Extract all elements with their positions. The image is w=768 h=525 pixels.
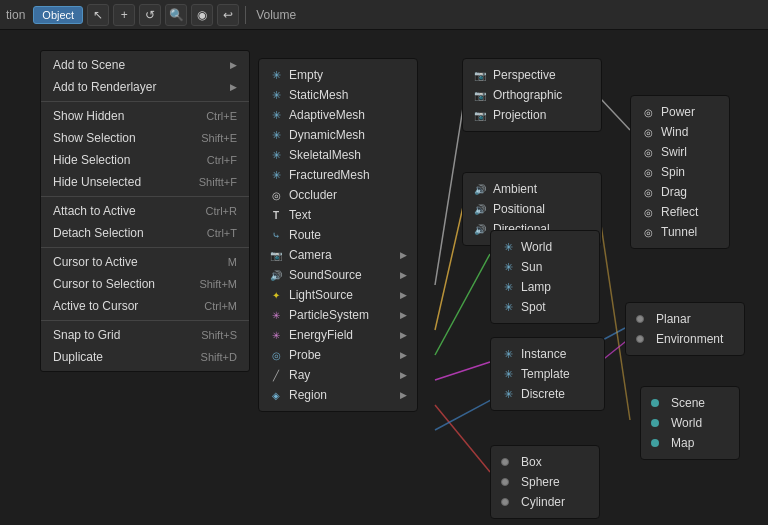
spin-icon: ◎ [641, 165, 655, 179]
add-menu-fracturedmesh[interactable]: ✳ FracturedMesh [259, 165, 417, 185]
scene-scene[interactable]: Scene [641, 393, 739, 413]
instance-discrete-icon: ✳ [501, 387, 515, 401]
menu-item-active-to-cursor[interactable]: Active to Cursor Ctrl+M [41, 295, 249, 317]
camera-projection[interactable]: 📷 Projection [463, 105, 601, 125]
menu-item-add-to-scene[interactable]: Add to Scene [41, 54, 249, 76]
camera-orthographic-icon: 📷 [473, 88, 487, 102]
snowflake-icon-3: ✳ [269, 108, 283, 122]
svg-line-1 [435, 198, 465, 330]
world-spot-icon: ✳ [501, 300, 515, 314]
reflect-icon: ◎ [641, 205, 655, 219]
instance-template[interactable]: ✳ Template [491, 364, 604, 384]
canvas-area: Add to Scene Add to Renderlayer Show Hid… [0, 30, 768, 525]
wind-icon: ◎ [641, 125, 655, 139]
camera-projection-icon: 📷 [473, 108, 487, 122]
menu-item-hide-unselected[interactable]: Hide Unselected Shiftt+F [41, 171, 249, 193]
cylinder-icon [501, 498, 509, 506]
add-button[interactable]: + [113, 4, 135, 26]
power-tunnel[interactable]: ◎ Tunnel [631, 222, 729, 242]
world-world[interactable]: ✳ World [491, 237, 599, 257]
scene-panel: Scene World Map [640, 386, 740, 460]
power-wind[interactable]: ◎ Wind [631, 122, 729, 142]
mapping-environment[interactable]: Environment [626, 329, 744, 349]
object-button[interactable]: Object [33, 6, 83, 24]
box-icon [501, 458, 509, 466]
snowflake-icon: ✳ [269, 68, 283, 82]
power-drag[interactable]: ◎ Drag [631, 182, 729, 202]
world-lamp-icon: ✳ [501, 280, 515, 294]
add-menu-occluder[interactable]: ◎ Occluder [259, 185, 417, 205]
region-icon: ◈ [269, 388, 283, 402]
light-directional-icon: 🔊 [473, 222, 487, 236]
camera-perspective[interactable]: 📷 Perspective [463, 65, 601, 85]
menu-item-cursor-to-selection[interactable]: Cursor to Selection Shift+M [41, 273, 249, 295]
camera-orthographic[interactable]: 📷 Orthographic [463, 85, 601, 105]
shape-sphere[interactable]: Sphere [491, 472, 599, 492]
menu-item-attach-to-active[interactable]: Attach to Active Ctrl+R [41, 200, 249, 222]
shape-cylinder[interactable]: Cylinder [491, 492, 599, 512]
menu-item-show-selection[interactable]: Show Selection Shift+E [41, 127, 249, 149]
light-positional-icon: 🔊 [473, 202, 487, 216]
menu-item-show-hidden[interactable]: Show Hidden Ctrl+E [41, 105, 249, 127]
menu-item-add-to-renderlayer[interactable]: Add to Renderlayer [41, 76, 249, 98]
cursor-tool-button[interactable]: ↖ [87, 4, 109, 26]
world-sun[interactable]: ✳ Sun [491, 257, 599, 277]
instance-instance[interactable]: ✳ Instance [491, 344, 604, 364]
power-swirl[interactable]: ◎ Swirl [631, 142, 729, 162]
menu-item-snap-to-grid[interactable]: Snap to Grid Shift+S [41, 324, 249, 346]
menu-item-duplicate[interactable]: Duplicate Shift+D [41, 346, 249, 368]
menu-item-cursor-to-active[interactable]: Cursor to Active M [41, 251, 249, 273]
shape-box[interactable]: Box [491, 452, 599, 472]
instance-discrete[interactable]: ✳ Discrete [491, 384, 604, 404]
toolbar-separator [245, 6, 246, 24]
add-menu-empty[interactable]: ✳ Empty [259, 65, 417, 85]
probe-icon: ◎ [269, 348, 283, 362]
search-button[interactable]: 🔍 [165, 4, 187, 26]
world-spot[interactable]: ✳ Spot [491, 297, 599, 317]
light-ambient[interactable]: 🔊 Ambient [463, 179, 601, 199]
toolbar-prefix-label: tion [6, 8, 25, 22]
power-reflect[interactable]: ◎ Reflect [631, 202, 729, 222]
text-icon: T [269, 208, 283, 222]
lightsource-icon: ✦ [269, 288, 283, 302]
drag-icon: ◎ [641, 185, 655, 199]
menu-separator-1 [41, 101, 249, 102]
route-icon: ⤷ [269, 228, 283, 242]
scene-map[interactable]: Map [641, 433, 739, 453]
add-menu-energyfield[interactable]: ✳ EnergyField [259, 325, 417, 345]
add-menu-route[interactable]: ⤷ Route [259, 225, 417, 245]
toolbar: tion Object ↖ + ↺ 🔍 ◉ ↩ Volume [0, 0, 768, 30]
menu-item-hide-selection[interactable]: Hide Selection Ctrl+F [41, 149, 249, 171]
add-menu-dynamicmesh[interactable]: ✳ DynamicMesh [259, 125, 417, 145]
instance-instance-icon: ✳ [501, 347, 515, 361]
add-menu-lightsource[interactable]: ✦ LightSource [259, 285, 417, 305]
world-lamp[interactable]: ✳ Lamp [491, 277, 599, 297]
add-menu-region[interactable]: ◈ Region [259, 385, 417, 405]
add-menu-probe[interactable]: ◎ Probe [259, 345, 417, 365]
menu-separator-2 [41, 196, 249, 197]
undo-button[interactable]: ↩ [217, 4, 239, 26]
refresh-button[interactable]: ↺ [139, 4, 161, 26]
marker-button[interactable]: ◉ [191, 4, 213, 26]
mapping-planar[interactable]: Planar [626, 309, 744, 329]
power-power[interactable]: ◎ Power [631, 102, 729, 122]
add-menu-particlesystem[interactable]: ✳ ParticleSystem [259, 305, 417, 325]
power-spin[interactable]: ◎ Spin [631, 162, 729, 182]
power-icon: ◎ [641, 105, 655, 119]
add-menu-skeletalmesh[interactable]: ✳ SkeletalMesh [259, 145, 417, 165]
instance-template-icon: ✳ [501, 367, 515, 381]
add-menu-staticmesh[interactable]: ✳ StaticMesh [259, 85, 417, 105]
light-positional[interactable]: 🔊 Positional [463, 199, 601, 219]
svg-line-2 [435, 254, 490, 355]
tunnel-icon: ◎ [641, 225, 655, 239]
menu-item-detach-selection[interactable]: Detach Selection Ctrl+T [41, 222, 249, 244]
svg-line-4 [435, 405, 490, 472]
add-menu-camera[interactable]: 📷 Camera [259, 245, 417, 265]
svg-line-6 [600, 98, 630, 130]
add-menu-adaptivemesh[interactable]: ✳ AdaptiveMesh [259, 105, 417, 125]
add-menu-text[interactable]: T Text [259, 205, 417, 225]
add-menu-soundsource[interactable]: 🔊 SoundSource [259, 265, 417, 285]
scene-world[interactable]: World [641, 413, 739, 433]
world-submenu-panel: ✳ World ✳ Sun ✳ Lamp ✳ Spot [490, 230, 600, 324]
add-menu-ray[interactable]: ╱ Ray [259, 365, 417, 385]
